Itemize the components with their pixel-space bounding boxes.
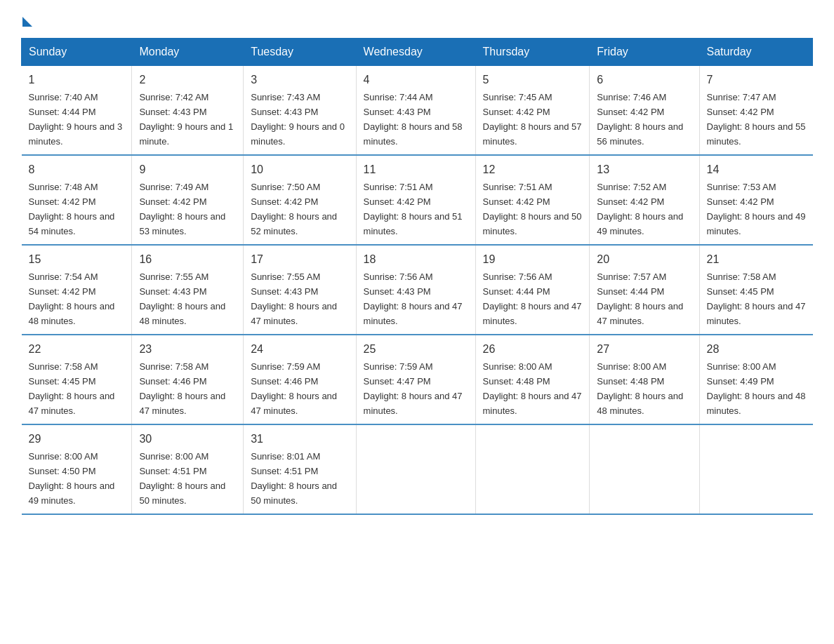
day-number: 23 [139, 341, 236, 358]
col-wednesday: Wednesday [356, 39, 475, 66]
calendar-day-cell: 7Sunrise: 7:47 AMSunset: 4:42 PMDaylight… [699, 66, 812, 156]
day-number: 9 [139, 161, 236, 178]
day-number: 31 [251, 431, 348, 448]
day-info: Sunrise: 8:00 AMSunset: 4:48 PMDaylight:… [597, 361, 683, 416]
day-number: 24 [251, 341, 348, 358]
day-info: Sunrise: 7:55 AMSunset: 4:43 PMDaylight:… [139, 271, 225, 326]
col-tuesday: Tuesday [244, 39, 356, 66]
calendar-day-cell [475, 424, 590, 514]
calendar-week-row: 29Sunrise: 8:00 AMSunset: 4:50 PMDayligh… [22, 424, 813, 514]
day-info: Sunrise: 7:49 AMSunset: 4:42 PMDaylight:… [139, 182, 225, 236]
logo-triangle-icon [22, 17, 32, 27]
day-info: Sunrise: 7:57 AMSunset: 4:44 PMDaylight:… [597, 271, 683, 326]
day-number: 19 [483, 251, 583, 268]
day-info: Sunrise: 8:00 AMSunset: 4:49 PMDaylight:… [707, 361, 806, 416]
calendar-week-row: 8Sunrise: 7:48 AMSunset: 4:42 PMDaylight… [22, 155, 813, 245]
calendar-day-cell: 24Sunrise: 7:59 AMSunset: 4:46 PMDayligh… [244, 335, 356, 424]
day-number: 21 [707, 251, 806, 268]
calendar-day-cell: 25Sunrise: 7:59 AMSunset: 4:47 PMDayligh… [356, 335, 475, 424]
day-info: Sunrise: 7:40 AMSunset: 4:44 PMDaylight:… [29, 92, 123, 147]
calendar-day-cell: 27Sunrise: 8:00 AMSunset: 4:48 PMDayligh… [590, 335, 699, 424]
day-info: Sunrise: 8:01 AMSunset: 4:51 PMDaylight:… [251, 451, 337, 506]
calendar-day-cell: 2Sunrise: 7:42 AMSunset: 4:43 PMDaylight… [132, 66, 244, 156]
logo [21, 14, 32, 24]
calendar-body: 1Sunrise: 7:40 AMSunset: 4:44 PMDaylight… [22, 66, 813, 515]
calendar-day-cell: 3Sunrise: 7:43 AMSunset: 4:43 PMDaylight… [244, 66, 356, 156]
day-number: 30 [139, 431, 236, 448]
day-info: Sunrise: 7:43 AMSunset: 4:43 PMDaylight:… [251, 92, 345, 147]
day-number: 11 [364, 161, 468, 178]
day-info: Sunrise: 7:55 AMSunset: 4:43 PMDaylight:… [251, 271, 337, 326]
page-header [21, 14, 813, 24]
day-info: Sunrise: 7:52 AMSunset: 4:42 PMDaylight:… [597, 182, 683, 236]
day-info: Sunrise: 7:45 AMSunset: 4:42 PMDaylight:… [483, 92, 582, 147]
calendar-day-cell: 9Sunrise: 7:49 AMSunset: 4:42 PMDaylight… [132, 155, 244, 245]
calendar-day-cell [356, 424, 475, 514]
day-info: Sunrise: 7:51 AMSunset: 4:42 PMDaylight:… [483, 182, 582, 236]
day-info: Sunrise: 8:00 AMSunset: 4:50 PMDaylight:… [29, 451, 115, 506]
day-info: Sunrise: 7:56 AMSunset: 4:43 PMDaylight:… [364, 271, 463, 326]
day-number: 5 [483, 72, 583, 88]
day-number: 25 [364, 341, 468, 358]
day-number: 17 [251, 251, 348, 268]
calendar-table: Sunday Monday Tuesday Wednesday Thursday… [21, 38, 813, 515]
calendar-day-cell: 15Sunrise: 7:54 AMSunset: 4:42 PMDayligh… [22, 245, 132, 335]
col-saturday: Saturday [699, 39, 812, 66]
calendar-week-row: 22Sunrise: 7:58 AMSunset: 4:45 PMDayligh… [22, 335, 813, 424]
day-number: 7 [707, 72, 806, 88]
day-info: Sunrise: 7:51 AMSunset: 4:42 PMDaylight:… [364, 182, 463, 236]
day-info: Sunrise: 7:58 AMSunset: 4:46 PMDaylight:… [139, 361, 225, 416]
day-info: Sunrise: 7:47 AMSunset: 4:42 PMDaylight:… [707, 92, 806, 147]
day-info: Sunrise: 7:58 AMSunset: 4:45 PMDaylight:… [707, 271, 806, 326]
day-number: 14 [707, 161, 806, 178]
day-info: Sunrise: 8:00 AMSunset: 4:48 PMDaylight:… [483, 361, 582, 416]
calendar-day-cell: 20Sunrise: 7:57 AMSunset: 4:44 PMDayligh… [590, 245, 699, 335]
day-info: Sunrise: 7:59 AMSunset: 4:46 PMDaylight:… [251, 361, 337, 416]
calendar-day-cell: 29Sunrise: 8:00 AMSunset: 4:50 PMDayligh… [22, 424, 132, 514]
day-number: 4 [364, 72, 468, 88]
day-info: Sunrise: 7:42 AMSunset: 4:43 PMDaylight:… [139, 92, 233, 147]
calendar-day-cell: 8Sunrise: 7:48 AMSunset: 4:42 PMDaylight… [22, 155, 132, 245]
calendar-day-cell: 21Sunrise: 7:58 AMSunset: 4:45 PMDayligh… [699, 245, 812, 335]
calendar-day-cell: 5Sunrise: 7:45 AMSunset: 4:42 PMDaylight… [475, 66, 590, 156]
calendar-day-cell: 23Sunrise: 7:58 AMSunset: 4:46 PMDayligh… [132, 335, 244, 424]
calendar-day-cell: 4Sunrise: 7:44 AMSunset: 4:43 PMDaylight… [356, 66, 475, 156]
day-number: 22 [29, 341, 125, 358]
day-number: 10 [251, 161, 348, 178]
day-info: Sunrise: 8:00 AMSunset: 4:51 PMDaylight:… [139, 451, 225, 506]
day-info: Sunrise: 7:59 AMSunset: 4:47 PMDaylight:… [364, 361, 463, 416]
calendar-header: Sunday Monday Tuesday Wednesday Thursday… [22, 39, 813, 66]
day-number: 28 [707, 341, 806, 358]
calendar-day-cell: 22Sunrise: 7:58 AMSunset: 4:45 PMDayligh… [22, 335, 132, 424]
day-number: 26 [483, 341, 583, 358]
day-info: Sunrise: 7:56 AMSunset: 4:44 PMDaylight:… [483, 271, 582, 326]
day-number: 8 [29, 161, 125, 178]
calendar-day-cell: 18Sunrise: 7:56 AMSunset: 4:43 PMDayligh… [356, 245, 475, 335]
calendar-day-cell: 10Sunrise: 7:50 AMSunset: 4:42 PMDayligh… [244, 155, 356, 245]
day-info: Sunrise: 7:54 AMSunset: 4:42 PMDaylight:… [29, 271, 115, 326]
calendar-day-cell: 26Sunrise: 8:00 AMSunset: 4:48 PMDayligh… [475, 335, 590, 424]
calendar-week-row: 15Sunrise: 7:54 AMSunset: 4:42 PMDayligh… [22, 245, 813, 335]
calendar-day-cell: 31Sunrise: 8:01 AMSunset: 4:51 PMDayligh… [244, 424, 356, 514]
calendar-day-cell: 17Sunrise: 7:55 AMSunset: 4:43 PMDayligh… [244, 245, 356, 335]
day-info: Sunrise: 7:50 AMSunset: 4:42 PMDaylight:… [251, 182, 337, 236]
day-number: 27 [597, 341, 691, 358]
day-number: 3 [251, 72, 348, 88]
day-number: 16 [139, 251, 236, 268]
day-number: 6 [597, 72, 691, 88]
day-info: Sunrise: 7:48 AMSunset: 4:42 PMDaylight:… [29, 182, 115, 236]
calendar-day-cell: 28Sunrise: 8:00 AMSunset: 4:49 PMDayligh… [699, 335, 812, 424]
day-number: 12 [483, 161, 583, 178]
calendar-day-cell: 14Sunrise: 7:53 AMSunset: 4:42 PMDayligh… [699, 155, 812, 245]
calendar-day-cell: 13Sunrise: 7:52 AMSunset: 4:42 PMDayligh… [590, 155, 699, 245]
calendar-day-cell: 11Sunrise: 7:51 AMSunset: 4:42 PMDayligh… [356, 155, 475, 245]
day-info: Sunrise: 7:46 AMSunset: 4:42 PMDaylight:… [597, 92, 683, 147]
day-info: Sunrise: 7:44 AMSunset: 4:43 PMDaylight:… [364, 92, 463, 147]
day-number: 18 [364, 251, 468, 268]
calendar-week-row: 1Sunrise: 7:40 AMSunset: 4:44 PMDaylight… [22, 66, 813, 156]
col-monday: Monday [132, 39, 244, 66]
calendar-day-cell: 6Sunrise: 7:46 AMSunset: 4:42 PMDaylight… [590, 66, 699, 156]
col-friday: Friday [590, 39, 699, 66]
calendar-day-cell: 30Sunrise: 8:00 AMSunset: 4:51 PMDayligh… [132, 424, 244, 514]
header-row: Sunday Monday Tuesday Wednesday Thursday… [22, 39, 813, 66]
